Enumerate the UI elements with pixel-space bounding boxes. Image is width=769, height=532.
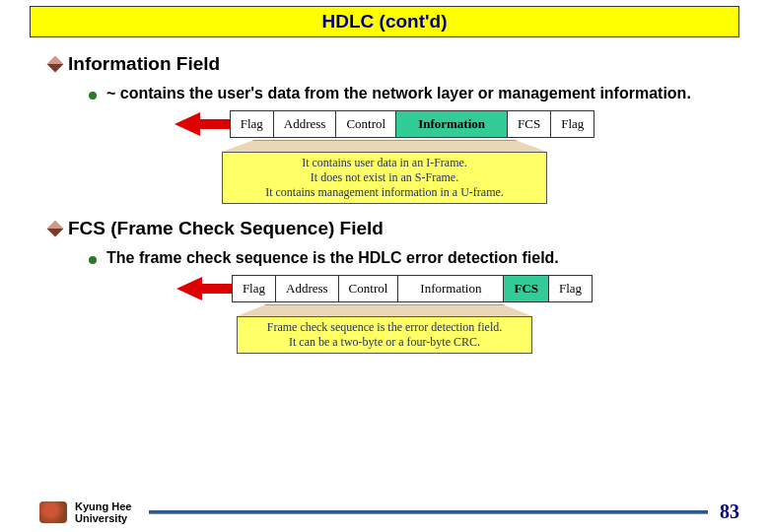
note-line: It contains management information in a … — [233, 185, 536, 200]
university-line1: Kyung Hee — [75, 500, 131, 512]
slide-title: HDLC (cont'd) — [322, 11, 448, 32]
frame-cell-flag: Flag — [233, 276, 276, 301]
bullet-text: ~ contains the user's data from the netw… — [106, 85, 720, 102]
frame-diagram-fcs: Flag Address Control Information FCS Fla… — [49, 275, 720, 354]
projection-shape — [222, 140, 547, 152]
note-line: It can be a two-byte or a four-byte CRC. — [247, 335, 522, 350]
section-heading: Information Field — [68, 53, 220, 75]
arrow-left-icon — [175, 112, 200, 136]
frame-cells: Flag Address Control Information FCS Fla… — [232, 275, 593, 302]
university-line2: University — [75, 512, 131, 524]
slide-title-bar: HDLC (cont'd) — [30, 6, 739, 37]
section-heading-row: FCS (Frame Check Sequence) Field — [49, 218, 720, 239]
frame-cell-control: Control — [339, 276, 399, 301]
frame-cell-flag: Flag — [231, 111, 274, 137]
university-logo-icon — [39, 501, 67, 523]
frame-cell-information: Information — [398, 276, 504, 301]
bullet-row: ~ contains the user's data from the netw… — [89, 85, 720, 102]
frame-cell-fcs: FCS — [508, 111, 551, 137]
slide-footer: Kyung Hee University 83 — [0, 500, 769, 524]
frame-cell-flag-end: Flag — [549, 276, 592, 301]
dot-bullet-icon — [89, 256, 97, 264]
diamond-bullet-icon — [47, 56, 64, 73]
university-name: Kyung Hee University — [75, 500, 131, 524]
note-line: It contains user data in an I-Frame. — [233, 156, 536, 170]
note-box-information: It contains user data in an I-Frame. It … — [222, 152, 547, 204]
bullet-text: The frame check sequence is the HDLC err… — [106, 249, 720, 267]
arrow-stem — [200, 284, 232, 294]
section-heading: FCS (Frame Check Sequence) Field — [68, 218, 384, 239]
dot-bullet-icon — [89, 92, 97, 100]
frame-diagram-information: Flag Address Control Information FCS Fla… — [49, 110, 720, 204]
arrow-left-icon — [176, 277, 202, 300]
page-number: 83 — [720, 500, 739, 523]
frame-cell-fcs: FCS — [504, 276, 549, 301]
frame-cell-address: Address — [276, 276, 339, 301]
frame-cell-address: Address — [274, 111, 337, 137]
diamond-bullet-icon — [47, 221, 64, 237]
projection-shape — [237, 304, 532, 316]
frame-cell-information: Information — [396, 111, 508, 137]
note-box-fcs: Frame check sequence is the error detect… — [237, 316, 532, 354]
frame-cell-flag-end: Flag — [551, 111, 594, 137]
slide-content: Information Field ~ contains the user's … — [0, 37, 769, 354]
frame-cell-control: Control — [336, 111, 396, 137]
note-line: Frame check sequence is the error detect… — [247, 320, 522, 335]
arrow-stem — [198, 119, 230, 129]
frame-cells: Flag Address Control Information FCS Fla… — [230, 110, 595, 138]
section-heading-row: Information Field — [49, 53, 720, 75]
bullet-row: The frame check sequence is the HDLC err… — [89, 249, 720, 267]
frame-row: Flag Address Control Information FCS Fla… — [176, 275, 593, 302]
note-line: It does not exist in an S-Frame. — [233, 170, 536, 185]
footer-divider — [149, 510, 708, 513]
frame-row: Flag Address Control Information FCS Fla… — [175, 110, 595, 138]
